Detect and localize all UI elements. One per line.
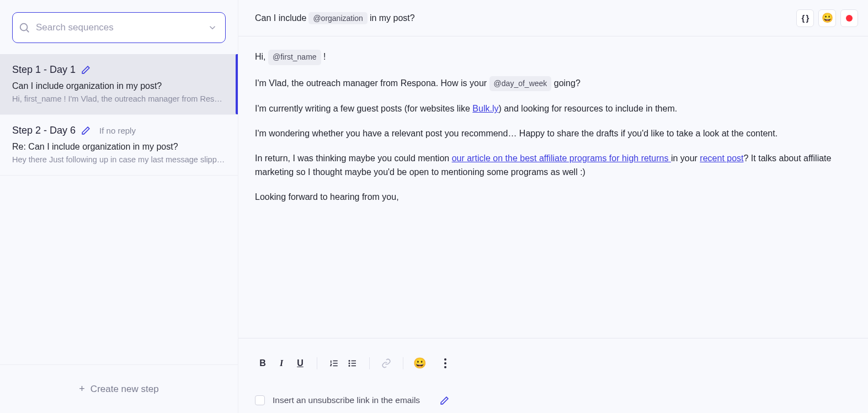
text: going? bbox=[554, 78, 581, 88]
svg-line-1 bbox=[26, 30, 29, 32]
unsubscribe-checkbox[interactable] bbox=[255, 395, 265, 405]
step-head: Step 1 - Day 1 bbox=[12, 64, 226, 76]
chevron-down-icon[interactable] bbox=[207, 23, 217, 33]
svg-point-10 bbox=[349, 365, 350, 366]
step-condition: If no reply bbox=[99, 126, 136, 135]
subject-post: in my post? bbox=[370, 13, 415, 23]
variable-day-of-week[interactable]: @day_of_week bbox=[489, 76, 552, 92]
more-options-button[interactable] bbox=[438, 356, 453, 371]
svg-point-0 bbox=[20, 24, 28, 31]
plus-icon: + bbox=[79, 383, 85, 395]
body-p2: I'm Vlad, the outreach manager from Resp… bbox=[255, 76, 851, 92]
edit-unsubscribe-icon[interactable] bbox=[440, 396, 449, 405]
record-button[interactable] bbox=[840, 9, 858, 27]
link-button[interactable] bbox=[379, 356, 394, 371]
step-item-1[interactable]: Step 1 - Day 1 Can I include organizatio… bbox=[0, 54, 238, 115]
variable-first-name[interactable]: @first_name bbox=[268, 50, 321, 65]
search-input[interactable] bbox=[30, 22, 207, 33]
insert-emoji-button[interactable]: 😀 bbox=[818, 9, 836, 27]
emoji-button[interactable]: 😀 bbox=[412, 356, 428, 371]
sequence-sidebar: Step 1 - Day 1 Can I include organizatio… bbox=[0, 0, 238, 413]
svg-point-9 bbox=[349, 363, 350, 364]
subject-field[interactable]: Can I include @organization in my post? bbox=[255, 12, 796, 24]
body-p5: In return, I was thinking maybe you coul… bbox=[255, 152, 851, 179]
record-dot-icon bbox=[846, 15, 853, 22]
step-subject: Can I include organization in my post? bbox=[12, 81, 226, 91]
step-title: Step 2 - Day 6 bbox=[12, 125, 76, 136]
unordered-list-icon bbox=[348, 358, 358, 368]
edit-icon[interactable] bbox=[81, 126, 90, 135]
link-icon bbox=[381, 358, 391, 368]
step-preview: Hey there Just following up in case my l… bbox=[12, 155, 226, 164]
smile-icon: 😀 bbox=[822, 12, 833, 24]
text: ) and looking for resources to include i… bbox=[498, 104, 677, 113]
underline-button[interactable]: U bbox=[292, 356, 308, 371]
search-wrap bbox=[0, 0, 238, 54]
italic-button[interactable]: I bbox=[274, 356, 289, 371]
ordered-list-icon bbox=[329, 358, 339, 368]
step-title: Step 1 - Day 1 bbox=[12, 64, 76, 76]
subject-row: Can I include @organization in my post? … bbox=[238, 0, 868, 36]
variable-organization[interactable]: @organization bbox=[308, 12, 368, 24]
unordered-list-button[interactable] bbox=[345, 356, 360, 371]
body-greeting: Hi, @first_name ! bbox=[255, 50, 851, 65]
smile-icon: 😀 bbox=[413, 357, 427, 369]
svg-point-8 bbox=[349, 360, 350, 361]
text: I'm currently writing a few guest posts … bbox=[255, 104, 472, 113]
search-sequences[interactable] bbox=[12, 12, 226, 43]
email-body-editor[interactable]: Hi, @first_name ! I'm Vlad, the outreach… bbox=[238, 36, 868, 338]
text: in your bbox=[671, 153, 700, 163]
create-step-label: Create new step bbox=[90, 384, 159, 395]
text: I'm Vlad, the outreach manager from Resp… bbox=[255, 78, 487, 88]
body-p6: Looking forward to hearing from you, bbox=[255, 190, 851, 204]
separator bbox=[369, 357, 370, 369]
more-icon bbox=[444, 358, 446, 368]
editor-pane: Can I include @organization in my post? … bbox=[238, 0, 868, 413]
link-bulkly[interactable]: Bulk.ly bbox=[472, 104, 498, 113]
step-preview: Hi, first_name ! I'm Vlad, the outreach … bbox=[12, 94, 226, 103]
link-article[interactable]: our article on the best affiliate progra… bbox=[452, 153, 671, 163]
separator bbox=[403, 357, 403, 369]
subject-pre: Can I include bbox=[255, 13, 306, 23]
link-recent-post[interactable]: recent post bbox=[700, 153, 743, 163]
text: Hi, bbox=[255, 52, 266, 61]
body-p4: I'm wondering whether you have a relevan… bbox=[255, 127, 851, 141]
step-item-2[interactable]: Step 2 - Day 6 If no reply Re: Can I inc… bbox=[0, 115, 238, 176]
format-toolbar: B I U 😀 bbox=[238, 338, 868, 388]
unsubscribe-label: Insert an unsubscribe link in the emails bbox=[273, 395, 420, 405]
search-icon bbox=[18, 22, 30, 34]
bold-button[interactable]: B bbox=[255, 356, 270, 371]
separator bbox=[317, 357, 317, 369]
insert-variable-button[interactable]: { } bbox=[796, 9, 814, 27]
edit-icon[interactable] bbox=[81, 65, 90, 75]
ordered-list-button[interactable] bbox=[326, 356, 342, 371]
text: ! bbox=[323, 52, 326, 61]
step-subject: Re: Can I include organization in my pos… bbox=[12, 142, 226, 152]
footer-row: Insert an unsubscribe link in the emails bbox=[238, 388, 868, 413]
text: In return, I was thinking maybe you coul… bbox=[255, 153, 452, 163]
subject-actions: { } 😀 bbox=[796, 9, 858, 27]
steps-list: Step 1 - Day 1 Can I include organizatio… bbox=[0, 54, 238, 364]
step-head: Step 2 - Day 6 If no reply bbox=[12, 125, 226, 136]
create-step-button[interactable]: + Create new step bbox=[0, 364, 238, 413]
body-p3: I'm currently writing a few guest posts … bbox=[255, 102, 851, 116]
